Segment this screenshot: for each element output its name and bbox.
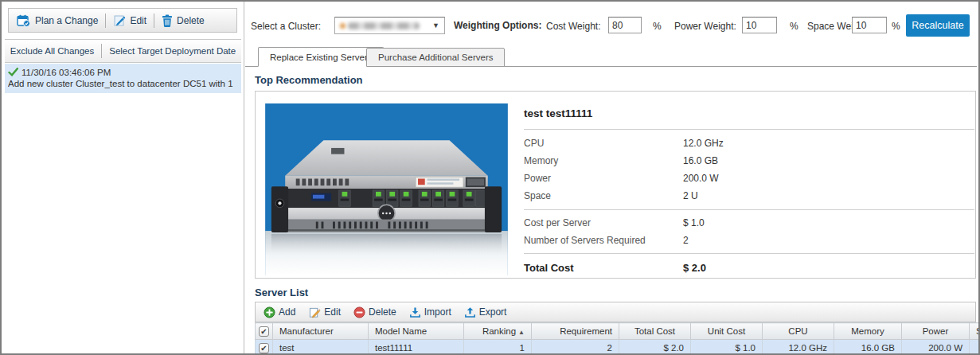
col-ranking[interactable]: Ranking▲ [464, 323, 532, 340]
edit-change-label: Edit [130, 15, 146, 26]
cell-total-cost: $ 2.0 [619, 340, 691, 355]
change-actions-bar: Exclude All Changes Select Target Deploy… [5, 39, 241, 63]
import-button[interactable]: Import [409, 306, 451, 318]
change-description: Add new cluster Cluster_test to datacent… [8, 79, 238, 88]
delete-change-label: Delete [177, 15, 205, 26]
space-value: 2 U [683, 190, 698, 201]
server-list-title: Server List [255, 287, 308, 298]
plan-a-change-label: Plan a Change [35, 15, 98, 26]
col-cpu[interactable]: CPU [763, 323, 834, 340]
power-weight-input[interactable] [742, 17, 777, 33]
cell-model-name: test11111 [369, 340, 464, 355]
cpu-value: 12.0 GHz [683, 138, 724, 149]
capacity-planner-window: Plan a Change Edit [0, 0, 980, 355]
chevron-down-icon: ▼ [432, 21, 439, 29]
trash-icon [162, 14, 173, 27]
total-cost-label: Total Cost [524, 262, 683, 274]
exclude-all-changes-button[interactable]: Exclude All Changes [10, 46, 94, 56]
cluster-obscured-icon [340, 23, 346, 29]
col-requirement[interactable]: Requirement [532, 323, 619, 340]
cell-ranking: 1 [464, 340, 532, 355]
col-unit-cost[interactable]: Unit Cost [691, 323, 763, 340]
import-label: Import [424, 306, 451, 318]
toolbar-divider [101, 44, 102, 58]
green-check-icon [8, 68, 18, 76]
toolbar-divider [154, 14, 154, 28]
edit-change-button[interactable]: Edit [113, 14, 146, 27]
row-checkbox[interactable]: ✔ [259, 343, 269, 353]
col-space[interactable]: Space [970, 323, 980, 340]
cell-requirement: 2 [532, 340, 619, 355]
memory-value: 16.0 GB [683, 155, 718, 166]
tab-purchase-additional-servers[interactable]: Purchase Additional Servers [366, 48, 505, 67]
cell-manufacturer: test [273, 340, 369, 355]
top-recommendation-title: Top Recommendation [255, 74, 363, 86]
spec-row-memory: Memory 16.0 GB [524, 152, 974, 170]
delete-change-button[interactable]: Delete [162, 14, 205, 27]
cell-cpu: 12.0 GHz [763, 340, 834, 355]
import-arrow-icon [409, 306, 421, 318]
col-memory[interactable]: Memory [834, 323, 902, 340]
add-server-button[interactable]: Add [264, 306, 295, 318]
panel-divider [244, 2, 244, 355]
spec-row-space: Space 2 U [524, 187, 974, 205]
col-model-name[interactable]: Model Name [369, 323, 464, 340]
plan-toolbar: Plan a Change Edit [8, 8, 237, 33]
server-table-row[interactable]: ✔ test test11111 1 2 $ 2.0 $ 1.0 12.0 GH… [256, 340, 980, 355]
plan-a-change-button[interactable]: Plan a Change [17, 14, 98, 27]
server-image [265, 103, 508, 275]
edit-server-label: Edit [324, 306, 341, 318]
cluster-select-dropdown[interactable]: ▼ [334, 17, 445, 34]
tab-replace-existing-servers[interactable]: Replace Existing Servers [258, 47, 384, 67]
cost-weight-label: Cost Weight: [546, 21, 600, 32]
cost-per-server-label: Cost per Server [524, 217, 683, 228]
cluster-obscured-value [348, 22, 420, 29]
cost-per-server-row: Cost per Server $ 1.0 [524, 214, 974, 232]
select-target-date-button[interactable]: Select Target Deployment Date [109, 46, 236, 56]
cost-per-server-value: $ 1.0 [683, 217, 705, 228]
recommended-server-name: test test11111 [524, 101, 974, 129]
edit-pencil-icon [113, 14, 126, 27]
space-weight-percent: % [892, 21, 900, 32]
col-power[interactable]: Power [902, 323, 970, 340]
table-header-row: ✔ Manufacturer Model Name Ranking▲ Requi… [256, 323, 980, 340]
select-cluster-label: Select a Cluster: [251, 21, 321, 32]
power-label: Power [524, 173, 683, 184]
power-weight-percent: % [790, 21, 798, 32]
servers-required-label: Number of Servers Required [524, 235, 683, 246]
power-weight-label: Power Weight: [674, 21, 736, 32]
cell-memory: 16.0 GB [834, 340, 902, 355]
select-all-checkbox[interactable]: ✔ [259, 326, 269, 337]
server-list-toolbar: Add Edit Delete [255, 302, 976, 322]
servers-required-row: Number of Servers Required 2 [524, 232, 974, 249]
memory-label: Memory [524, 155, 683, 166]
toolbar-divider [105, 14, 106, 28]
calendar-plan-icon [17, 14, 31, 27]
cost-weight-percent: % [653, 21, 662, 32]
col-total-cost[interactable]: Total Cost [619, 323, 691, 340]
spec-row-cpu: CPU 12.0 GHz [524, 135, 974, 152]
space-weight-input[interactable] [852, 17, 887, 33]
power-value: 200.0 W [683, 173, 719, 184]
sort-ascending-icon: ▲ [518, 329, 525, 336]
export-button[interactable]: Export [464, 306, 507, 318]
recalculate-button[interactable]: Recalculate [906, 14, 970, 37]
delete-server-label: Delete [369, 306, 396, 318]
total-cost-row: Total Cost $ 2.0 [524, 254, 974, 281]
total-cost-value: $ 2.0 [683, 262, 706, 274]
remove-icon [353, 306, 365, 318]
cell-power: 200.0 W [902, 340, 970, 355]
cost-weight-input[interactable] [608, 17, 642, 33]
export-arrow-icon [464, 306, 476, 318]
delete-server-button[interactable]: Delete [353, 306, 396, 318]
space-label: Space [524, 190, 683, 201]
add-icon [264, 306, 275, 318]
recommendation-details: test test11111 CPU 12.0 GHz Memory 16.0 … [524, 101, 974, 281]
edit-server-button[interactable]: Edit [308, 306, 341, 318]
col-manufacturer[interactable]: Manufacturer [273, 323, 369, 340]
weighting-options-label: Weighting Options: [454, 20, 541, 31]
spec-row-power: Power 200.0 W [524, 170, 974, 187]
cell-unit-cost: $ 1.0 [691, 340, 763, 355]
change-list-item[interactable]: 11/30/16 03:46:06 PM Add new cluster Clu… [5, 64, 241, 93]
export-label: Export [479, 306, 507, 318]
